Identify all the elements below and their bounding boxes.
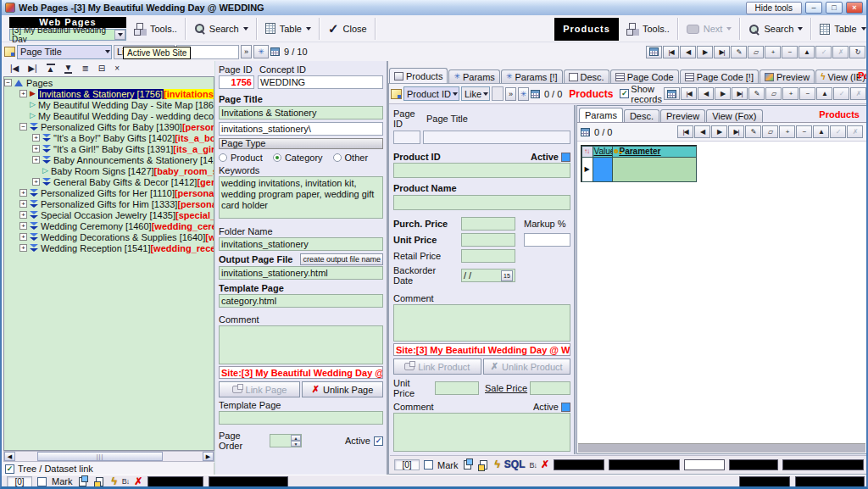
mark-checkbox[interactable] [424,460,433,470]
collapse-box[interactable]: − [19,123,27,131]
sql-lightning-icon[interactable]: SQL [504,460,526,470]
create-output-file-button[interactable]: create output file name [300,253,383,265]
tab-params-alt[interactable]: ✳ Params [!] [501,69,563,83]
category-radio[interactable] [273,153,281,162]
tree-item[interactable]: + Wedding Decorations & Supplies [1640] … [4,231,214,242]
concept-id-field[interactable]: WEDDING [258,75,383,89]
active2-checkbox[interactable] [561,403,570,412]
tree-item[interactable]: ▷ Baby Room Signs [1427] [baby_room_sign… [4,165,214,176]
tab-products[interactable]: Products [389,68,448,83]
scroll-thumb[interactable]: ||| [37,452,163,461]
product-radio[interactable] [219,153,227,162]
page-filter-field-select[interactable]: Page Title [17,45,112,59]
comment-textarea[interactable] [219,325,383,364]
expand-box[interactable]: + [19,233,27,241]
tab-desc[interactable]: Desc. [564,69,609,83]
active-checkbox[interactable]: ✓ [374,436,383,446]
value-cell[interactable] [593,157,613,182]
maximize-button[interactable]: □ [826,2,843,14]
close-window-button[interactable]: × [846,2,863,14]
next-record-button[interactable]: ▶ [715,87,731,100]
tree-item[interactable]: + ▶ Invitations & Stationery [1756] [inv… [4,88,214,99]
more-button[interactable]: » [505,87,516,101]
tree-item[interactable]: + "It's a Boy!" Baby Gifts [1402] [its_a… [4,132,214,143]
params-hscrollbar[interactable] [578,443,865,453]
spinner-up-icon[interactable]: ▲ [291,435,301,441]
scroll-bottom-button[interactable]: ▼ [64,64,73,74]
subtab-desc[interactable]: Desc. [624,109,659,122]
calendar-button[interactable]: 15 [501,270,513,281]
sort-records-icon[interactable]: B↓ [122,477,130,486]
expand-tree-button[interactable]: ≣ [81,64,88,73]
unit-price2-field[interactable] [435,381,479,395]
grid-button[interactable] [646,46,662,58]
last-record-button[interactable]: ▶| [728,125,744,138]
scroll-left-icon[interactable]: ◀ [4,452,15,461]
table-button[interactable]: Table [259,15,318,42]
backorder-date-field[interactable]: / / 15 [461,269,515,282]
tree-item[interactable]: ▷ My Beautiful Wedding Day - Site Map [1… [4,99,214,110]
tree-root[interactable]: − Pages [4,77,214,88]
tab-params[interactable]: ✳ Params [448,69,499,83]
spinner-down-icon[interactable]: ▼ [291,441,301,447]
products-tools-button[interactable]: Tools.. [619,15,676,42]
unit-price-field[interactable] [461,233,515,247]
tree-item[interactable]: + Wedding Reception [1541] [wedding_rece… [4,242,214,253]
copy-record-icon[interactable] [79,477,86,486]
page-title-field[interactable] [423,131,570,144]
column-header-parameter[interactable]: Parameter [612,146,697,158]
prev-record-button[interactable]: ◀ [694,125,710,138]
last-record-button[interactable]: ▶| [714,46,730,58]
gear-button[interactable]: ✳ [253,45,269,58]
page-id-field[interactable] [393,131,420,144]
sort-icon[interactable]: ↑↓ [581,146,593,158]
prev-record-button[interactable]: ◀ [698,87,714,100]
paste-record-icon[interactable] [480,460,487,470]
collapse-box[interactable]: − [4,79,12,86]
link-page-button[interactable]: Link Page [219,381,300,397]
hide-tools-button[interactable]: Hide tools [746,2,802,14]
reset-tree-button[interactable]: × [114,64,120,73]
first-record-button[interactable]: |◀ [663,46,679,58]
next-button[interactable]: Next [680,15,739,42]
grid-data-row[interactable]: ▶ [581,157,696,181]
expand-box[interactable]: + [19,200,27,208]
copy-record-icon[interactable] [464,460,471,470]
remove-button[interactable]: − [782,46,798,58]
products-search-button[interactable]: Search [742,15,810,42]
eraser-button[interactable]: ▱ [748,46,764,58]
chevron-down-icon[interactable] [114,30,125,40]
minimize-button[interactable]: – [805,2,822,14]
retail-price-field[interactable] [461,249,515,263]
product-name-field[interactable] [393,195,570,210]
expand-box[interactable]: + [19,222,27,230]
template-page-field[interactable]: category.html [219,294,383,308]
page-title-field[interactable]: Invitations & Stationery [219,106,383,119]
expand-box[interactable]: + [32,145,40,153]
search-button[interactable]: Search [187,15,255,42]
edit-button[interactable]: ✎ [748,87,765,100]
subtab-params[interactable]: Params [579,108,623,122]
add-button[interactable]: + [765,46,781,58]
expand-box[interactable]: + [19,244,27,252]
template-page2-field[interactable] [219,411,383,425]
product-id-field[interactable] [393,163,570,178]
edit-button[interactable]: ✎ [731,46,747,58]
unlink-page-button[interactable]: ✗ Unlink Page [302,381,383,397]
tab-preview[interactable]: Preview [760,69,815,83]
tree-item[interactable]: ▷ My Beautiful Wedding Day - wedding dec… [4,110,214,121]
top-button[interactable]: ▲ [816,87,832,100]
expand-box[interactable]: + [32,134,40,142]
grid-button[interactable] [664,87,680,100]
page-path-field[interactable]: invitations_stationery\ [219,122,383,136]
cancel-button[interactable]: ✗ [850,87,866,100]
add-button[interactable]: + [782,87,798,100]
comment-textarea[interactable] [393,304,570,342]
remove-button[interactable]: − [799,87,815,100]
eraser-button[interactable]: ▱ [762,125,778,138]
tree-item[interactable]: + Baby Announcements & Stationery [1428]… [4,154,214,165]
expand-box[interactable]: + [32,178,40,186]
close-button[interactable]: ✓ Close [321,15,374,42]
first-record-button[interactable]: |◀ [681,87,697,100]
product-filter-input[interactable] [492,86,504,101]
